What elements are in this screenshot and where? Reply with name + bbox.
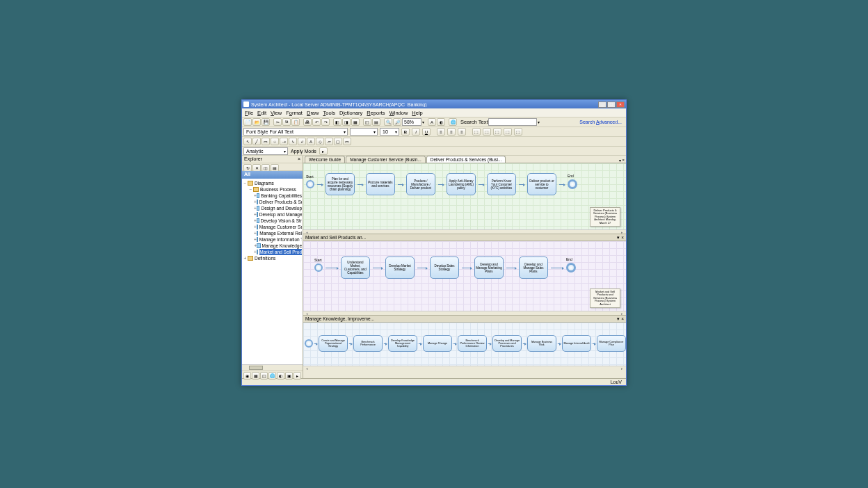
tool-icon[interactable]: ▦ [351,118,360,126]
process-box[interactable]: Develop and Manage Sales Plans [519,257,548,279]
pane-dropdown-icon[interactable]: ▾ [619,158,621,163]
tree-item[interactable]: +Deliver Products & Se [243,199,302,205]
pane-close-icon[interactable]: × [621,316,624,321]
pane-close-icon[interactable]: × [621,235,624,240]
process-box[interactable]: Manage Compliance Plan [597,335,626,352]
tool-icon[interactable]: ◐ [437,118,445,126]
process-box[interactable]: Develop and Manage Processes and Procedu… [492,335,522,352]
font-name-combo[interactable] [350,128,378,136]
connector-icon[interactable]: ⤶ [298,138,306,145]
tree-item[interactable]: +Manage Customer Se [243,224,302,230]
italic-icon[interactable]: I [412,128,420,136]
font-style-combo[interactable]: Font Style For All Text [243,128,348,136]
close-button[interactable]: × [616,101,625,108]
search-dropdown-icon[interactable]: ▾ [538,120,540,124]
analytic-combo[interactable]: Analytic [243,147,288,155]
search-input[interactable] [488,118,537,126]
zoom-out-icon[interactable]: 🔎 [393,118,401,126]
diagram-canvas-3[interactable]: Create and Manage Organizational Strateg… [303,323,626,366]
tool-icon[interactable]: ◨ [342,118,351,126]
save-icon[interactable]: 💾 [262,118,270,126]
shape-icon[interactable]: ▱ [325,138,333,145]
align-left-icon[interactable]: ≡ [437,128,445,136]
tab-manage-customer[interactable]: Manage Customer Service (Busin... [346,156,426,163]
tool-icon[interactable]: 🌐 [268,372,276,380]
print-icon[interactable]: 🖶 [303,118,312,126]
menu-edit[interactable]: Edit [257,110,266,116]
tree-item[interactable]: +Manage External Rel [243,230,302,236]
font-size-combo[interactable]: 10 [380,128,399,136]
title-bar[interactable]: System Architect - Local Server ADMINIB-… [242,100,626,108]
tool-icon[interactable]: ▦ [252,372,259,380]
apply-icon[interactable]: ▸ [319,147,328,155]
process-box[interactable]: Plan for and acquire necessary resources… [326,173,355,195]
align-center-icon[interactable]: ≡ [447,128,456,136]
menu-view[interactable]: View [271,110,282,116]
tool-icon[interactable]: ◫ [363,118,371,126]
tree-item[interactable]: +Manage Information T [243,236,302,243]
tree-item[interactable]: +Design and Develop [243,205,302,211]
new-icon[interactable]: 📄 [243,118,252,126]
tool-icon[interactable]: ▣ [285,372,293,380]
process-box[interactable]: Perform Know Your Customer (KYC) activit… [487,173,516,195]
process-box[interactable]: Understand Market, Customers, and Capabi… [341,257,370,279]
process-box[interactable]: Develop Sales Strategy [430,257,459,279]
process-box[interactable]: Manage Change [423,335,452,352]
tree-item[interactable]: +Manage Knowledge [243,243,302,249]
menu-dictionary[interactable]: Dictionary [339,110,362,116]
start-node[interactable] [306,180,314,188]
shape-icon[interactable]: ▭ [343,138,351,145]
process-box[interactable]: Produce / Manufacture / Deliver product [406,173,435,195]
tab-welcome[interactable]: Welcome Guide [305,156,345,163]
text-icon[interactable]: A [307,138,315,145]
process-box[interactable]: Create and Manage Organizational Strateg… [319,335,348,352]
zoom-dropdown-icon[interactable]: ▾ [422,120,424,124]
redo-icon[interactable]: ↷ [321,118,330,126]
copy-icon[interactable]: ⧉ [282,118,291,126]
diagram-canvas-2[interactable]: Start Understand Market, Customers, and … [303,241,626,311]
connector-icon[interactable]: ⤷ [289,138,297,145]
pointer-icon[interactable]: ↖ [243,138,252,145]
rect-icon[interactable]: ▭ [262,138,270,145]
tree-item[interactable]: +Develop Vision & Str [243,218,302,224]
maximize-button[interactable]: □ [607,101,616,108]
explorer-scrollbar[interactable] [242,364,303,371]
search-advanced-link[interactable]: Search Advanced... [579,120,622,124]
tool-icon[interactable]: ◧ [333,118,341,126]
process-box[interactable]: Develop Knowledge Management Capability [388,335,417,352]
tool-icon[interactable]: ⬚ [504,128,512,136]
cut-icon[interactable]: ✂ [273,118,282,126]
tool-icon[interactable]: ▤ [372,118,380,126]
menu-draw[interactable]: Draw [307,110,319,116]
tool-icon[interactable]: ⬚ [483,128,491,136]
pane-dropdown-icon[interactable]: ▾ [617,235,620,240]
menu-tools[interactable]: Tools [323,110,335,116]
process-box[interactable]: Deliver product or service to customer [527,173,556,195]
zoom-in-icon[interactable]: 🔍 [384,118,392,126]
process-box[interactable]: Develop Market Strategy [385,257,415,279]
tree-item[interactable]: +Market and Sell Prod [243,249,302,255]
zoom-input[interactable] [402,118,421,126]
menu-format[interactable]: Format [286,110,303,116]
paste-icon[interactable]: 📋 [291,118,300,126]
shape-icon[interactable]: ◇ [316,138,324,145]
start-node[interactable] [305,339,313,348]
menu-help[interactable]: Help [412,110,422,116]
underline-icon[interactable]: U [422,128,431,136]
circle-icon[interactable]: ○ [271,138,279,145]
tree-item[interactable]: −Business Process [243,186,302,193]
end-node[interactable] [566,263,576,273]
tree-item[interactable]: −Diagrams [243,180,302,186]
connector-icon[interactable]: ⇢ [280,138,288,145]
bold-icon[interactable]: B [401,128,410,136]
menu-file[interactable]: File [245,110,253,116]
tool-icon[interactable]: ◐ [277,372,284,380]
tree-item[interactable]: +Definitions [243,255,302,261]
pane-dropdown-icon[interactable]: ▾ [617,316,620,321]
all-tab[interactable]: All [242,171,303,179]
globe-icon[interactable]: 🌐 [449,118,457,126]
pane-close-icon[interactable]: × [622,158,625,163]
process-box[interactable]: Benchmark Performance Review Information [458,335,487,352]
open-icon[interactable]: 📂 [252,118,261,126]
tree-view[interactable]: −Diagrams −Business Process +Banking Cap… [242,179,303,364]
